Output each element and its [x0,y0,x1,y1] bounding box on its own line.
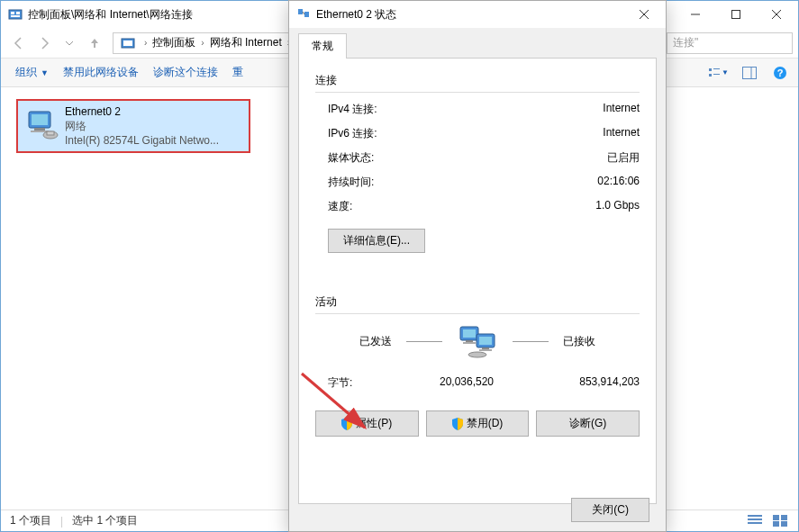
adapter-device: Intel(R) 82574L Gigabit Netwo... [65,133,219,148]
bytes-recv-value: 853,914,203 [579,375,640,391]
details-button[interactable]: 详细信息(E)... [328,229,425,253]
control-panel-icon [8,7,23,22]
control-panel-icon [121,36,135,50]
nav-forward-button[interactable] [32,31,57,56]
rename-button[interactable]: 重 [225,61,250,84]
svg-rect-26 [748,522,762,524]
status-item-count: 1 个项目 [10,513,51,528]
row-ipv6: IPv6 连接: Internet [315,126,640,141]
tab-content: 连接 IPv4 连接: Internet IPv6 连接: Internet 媒… [298,58,657,504]
svg-rect-14 [743,67,757,78]
svg-rect-28 [781,515,787,520]
svg-rect-12 [709,74,712,77]
nav-recent-button[interactable] [57,31,82,56]
minimize-button[interactable] [675,2,715,27]
row-media: 媒体状态: 已启用 [315,150,640,166]
svg-rect-30 [781,521,787,527]
speed-label: 速度: [328,199,352,214]
diagnose-button[interactable]: 诊断(G) [536,410,640,437]
svg-line-33 [303,12,304,14]
svg-rect-20 [34,128,45,131]
nav-up-button[interactable] [82,31,107,56]
media-value: 已启用 [607,150,640,166]
chevron-down-icon: ▼ [722,68,729,77]
properties-button[interactable]: 属性(P) [315,410,419,437]
dialog-footer: 关闭(C) [571,498,649,522]
dialog-close-button[interactable] [626,2,662,27]
breadcrumb-item[interactable]: 网络和 Internet [210,35,282,50]
chevron-right-icon: › [144,38,147,48]
network-adapter-item[interactable]: Ethernet0 2 网络 Intel(R) 82574L Gigabit N… [16,99,250,153]
bytes-sent-value: 20,036,520 [440,375,494,388]
svg-rect-31 [298,9,303,14]
svg-rect-29 [773,521,779,527]
svg-rect-32 [304,12,309,17]
ethernet-status-dialog: Ethernet0 2 状态 常规 连接 IPv4 连接: Internet I… [288,0,667,532]
breadcrumb-item[interactable]: 控制面板 [152,35,195,50]
action-buttons: 属性(P) 禁用(D) 诊断(G) [315,410,640,437]
media-label: 媒体状态: [328,150,374,166]
svg-rect-27 [773,515,779,520]
close-button[interactable] [756,2,796,27]
adapter-text: Ethernet0 2 网络 Intel(R) 82574L Gigabit N… [65,104,219,148]
chevron-right-icon: › [201,38,204,48]
ipv6-label: IPv6 连接: [328,126,377,141]
network-adapter-icon [23,104,59,144]
dialog-titlebar: Ethernet0 2 状态 [289,1,666,28]
svg-rect-3 [11,15,20,17]
organize-menu[interactable]: 组织▼ [8,61,56,84]
svg-rect-39 [463,342,476,344]
status-selected-count: 选中 1 个项目 [72,513,138,528]
chevron-down-icon: ▼ [41,68,49,77]
activity-graphic: 已发送 已接收 [315,323,640,359]
large-icons-view-icon[interactable] [771,514,789,528]
maximize-button[interactable] [715,2,756,27]
section-connection-header: 连接 [315,73,640,88]
svg-rect-42 [482,347,489,349]
details-view-icon[interactable] [746,514,764,528]
svg-rect-19 [32,114,48,125]
svg-rect-37 [463,329,476,338]
svg-rect-23 [47,131,54,135]
tab-general[interactable]: 常规 [298,33,347,59]
preview-pane-icon[interactable] [739,63,760,83]
svg-rect-24 [748,515,762,517]
section-activity-header: 活动 [315,294,640,310]
duration-label: 持续时间: [328,175,374,190]
sent-label: 已发送 [359,334,392,349]
svg-rect-43 [479,349,492,351]
svg-rect-2 [16,12,20,14]
disable-button[interactable]: 禁用(D) [426,410,530,437]
view-options-icon[interactable]: ▼ [708,63,730,83]
dialog-tabs: 常规 [289,28,666,59]
search-input[interactable]: 连接" [667,32,793,54]
row-ipv4: IPv4 连接: Internet [315,102,640,117]
shield-icon [341,418,352,430]
svg-rect-25 [748,518,762,520]
svg-rect-38 [466,340,473,342]
svg-text:?: ? [777,68,784,78]
adapter-name: Ethernet0 2 [65,104,219,119]
close-dialog-button[interactable]: 关闭(C) [571,498,649,522]
speed-value: 1.0 Gbps [595,199,640,214]
disable-device-button[interactable]: 禁用此网络设备 [56,61,146,84]
row-duration: 持续时间: 02:16:06 [315,175,640,190]
svg-point-44 [468,352,486,357]
adapter-status: 网络 [65,119,219,133]
window-controls [675,2,796,27]
nav-back-button[interactable] [6,31,32,56]
svg-rect-9 [123,41,132,46]
ipv6-value: Internet [603,126,640,141]
computers-icon [457,323,498,359]
diagnose-button[interactable]: 诊断这个连接 [146,61,225,84]
svg-rect-11 [713,68,720,69]
help-icon[interactable]: ? [769,63,791,83]
ipv4-label: IPv4 连接: [328,102,377,117]
svg-rect-13 [713,74,720,75]
network-icon [296,6,311,23]
svg-rect-1 [11,12,14,14]
bytes-label: 字节: [328,375,352,391]
received-label: 已接收 [563,334,595,349]
shield-icon [452,418,463,430]
duration-value: 02:16:06 [597,175,640,190]
